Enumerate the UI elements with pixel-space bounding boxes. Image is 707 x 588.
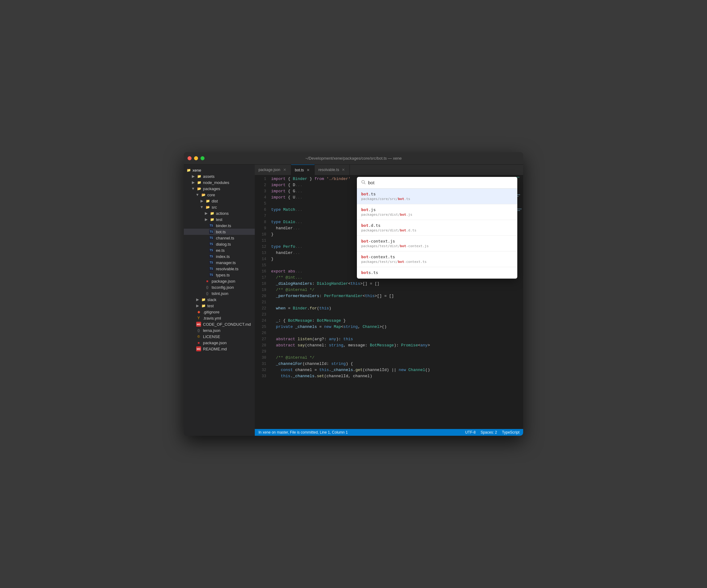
tab-label-bot-ts: bot.ts xyxy=(295,168,304,172)
folder-icon: 📁 xyxy=(205,198,210,204)
search-result-bot-ts[interactable]: bot.ts packages/core/src/bot.ts xyxy=(357,189,517,204)
yaml-icon: Y xyxy=(196,316,201,321)
sidebar[interactable]: 📁 xene ▶ 📁 assets ▶ 📁 node_modules ▼ 📂 p… xyxy=(184,164,255,436)
sidebar-item-node-modules[interactable]: ▶ 📁 node_modules xyxy=(184,179,255,186)
sidebar-item-coc[interactable]: MD CODE_OF_CONDUCT.md xyxy=(184,321,255,327)
maximize-button[interactable] xyxy=(201,156,204,160)
sidebar-label-assets: assets xyxy=(203,174,215,179)
spacer-icon xyxy=(204,248,208,253)
chevron-icon: ▶ xyxy=(199,198,204,204)
code-line-26 xyxy=(271,330,499,336)
sidebar-item-manager[interactable]: TS manager.ts xyxy=(184,259,255,266)
sidebar-label-readme: README.md xyxy=(203,347,227,351)
spacer-icon xyxy=(199,285,204,290)
sidebar-item-dist[interactable]: ▶ 📁 dist xyxy=(184,198,255,204)
sidebar-item-types[interactable]: TS types.ts xyxy=(184,272,255,278)
sidebar-item-core[interactable]: ▼ 📂 core xyxy=(184,192,255,198)
sidebar-label-slack: slack xyxy=(207,297,216,302)
tab-package-json[interactable]: package.json ✕ xyxy=(255,164,291,175)
json-red-icon: ■ xyxy=(205,279,210,284)
sidebar-item-test[interactable]: ▶ 📁 test xyxy=(184,216,255,222)
ts-file-icon: TS xyxy=(209,242,213,246)
ts-file-icon: TS xyxy=(209,248,213,252)
search-result-bots-ts[interactable]: bots.ts xyxy=(357,267,517,279)
json-icon: {} xyxy=(196,328,201,333)
sidebar-item-license[interactable]: © LICENSE xyxy=(184,333,255,340)
sidebar-item-packages[interactable]: ▼ 📂 packages xyxy=(184,186,255,192)
folder-open-icon: 📂 xyxy=(205,205,210,210)
search-icon xyxy=(361,180,366,185)
sidebar-item-package-json-root[interactable]: ■ package.json xyxy=(184,340,255,346)
sidebar-item-travis[interactable]: Y .travis.yml xyxy=(184,315,255,321)
spacer-icon xyxy=(199,291,204,296)
search-result-bot-dts[interactable]: bot.d.ts packages/core/dist/bot.d.ts xyxy=(357,220,517,235)
spacer-icon xyxy=(191,322,195,327)
statusbar-language[interactable]: TypeScript xyxy=(502,430,519,435)
sidebar-item-gitignore[interactable]: ◆ .gitignore xyxy=(184,309,255,315)
sidebar-item-resolvable[interactable]: TS resolvable.ts xyxy=(184,266,255,272)
spacer-icon xyxy=(204,235,208,241)
chevron-icon: ▶ xyxy=(204,217,208,222)
sidebar-label-coc: CODE_OF_CONDUCT.md xyxy=(203,322,251,327)
ts-file-icon: TS xyxy=(209,260,213,265)
sidebar-label-license: LICENSE xyxy=(203,334,220,339)
sidebar-item-ee[interactable]: TS ee.ts xyxy=(184,247,255,253)
code-line-19: /** @internal */ xyxy=(271,287,499,293)
tab-resolvable-ts[interactable]: resolvable.ts ✕ xyxy=(315,164,350,175)
folder-open-icon: 📂 xyxy=(197,186,202,191)
spacer-icon xyxy=(191,328,195,333)
search-result-path-bot-ts: packages/core/src/bot.ts xyxy=(361,197,513,201)
sidebar-item-actions[interactable]: ▶ 📁 actions xyxy=(184,210,255,216)
tab-bot-ts[interactable]: bot.ts ✕ xyxy=(291,164,315,175)
statusbar: In xene on master, File is committed, Li… xyxy=(255,429,523,436)
sidebar-item-tsconfig[interactable]: {} tsconfig.json xyxy=(184,284,255,290)
sidebar-label-test: test xyxy=(216,217,223,222)
close-button[interactable] xyxy=(188,156,192,160)
search-result-bot-context-ts[interactable]: bot-context.ts packages/test/src/bot-con… xyxy=(357,252,517,267)
sidebar-item-lerna[interactable]: {} lerna.json xyxy=(184,327,255,333)
sidebar-label-resolvable: resolvable.ts xyxy=(216,266,238,271)
code-line-27: abstract listen(arg?: any): this xyxy=(271,336,499,342)
traffic-lights xyxy=(188,156,204,160)
sidebar-label-index: index.ts xyxy=(216,254,230,259)
sidebar-item-src[interactable]: ▼ 📂 src xyxy=(184,204,255,210)
sidebar-item-readme[interactable]: MD README.md xyxy=(184,346,255,352)
sidebar-item-dialog[interactable]: TS dialog.ts xyxy=(184,241,255,247)
sidebar-item-slack[interactable]: ▶ 📁 slack xyxy=(184,296,255,303)
sidebar-label-dialog: dialog.ts xyxy=(216,242,231,247)
code-line-24: _: { BotMessage: BotMessage } xyxy=(271,318,499,324)
tab-close-resolvable-ts[interactable]: ✕ xyxy=(341,167,346,172)
search-input[interactable] xyxy=(368,180,513,185)
minimize-button[interactable] xyxy=(194,156,198,160)
spacer-icon xyxy=(191,309,195,314)
statusbar-encoding[interactable]: UTF-8 xyxy=(465,430,476,435)
chevron-icon: ▼ xyxy=(191,186,196,191)
tab-close-bot-ts[interactable]: ✕ xyxy=(306,168,311,173)
sidebar-item-bot[interactable]: TS bot.ts xyxy=(184,229,255,235)
search-input-row xyxy=(357,177,517,189)
statusbar-spaces[interactable]: Spaces: 2 xyxy=(480,430,497,435)
code-line-28: abstract say(channel: string, message: B… xyxy=(271,342,499,348)
sidebar-item-xene[interactable]: 📁 xene xyxy=(184,167,255,173)
folder-icon: 📁 xyxy=(201,297,206,302)
sidebar-label-manager: manager.ts xyxy=(216,260,236,265)
sidebar-label-xene: xene xyxy=(193,168,201,173)
sidebar-item-index[interactable]: TS index.ts xyxy=(184,253,255,259)
spacer-icon xyxy=(204,272,208,278)
sidebar-label-actions: actions xyxy=(216,211,229,216)
chevron-icon: ▼ xyxy=(199,205,204,210)
code-line-31: _channelFor(channelId: string) { xyxy=(271,361,499,367)
search-result-bot-js[interactable]: bot.js packages/core/dist/bot.js xyxy=(357,204,517,220)
spacer-icon xyxy=(199,279,204,284)
sidebar-item-package-json-core[interactable]: ■ package.json xyxy=(184,278,255,284)
spacer-icon xyxy=(191,334,195,339)
search-result-path-bot-js: packages/core/dist/bot.js xyxy=(361,213,513,217)
sidebar-item-tslint[interactable]: {} tslint.json xyxy=(184,290,255,296)
sidebar-item-binder[interactable]: TS binder.ts xyxy=(184,222,255,229)
tab-close-package-json[interactable]: ✕ xyxy=(282,167,287,172)
sidebar-item-assets[interactable]: ▶ 📁 assets xyxy=(184,173,255,179)
search-result-bot-context-js[interactable]: bot-context.js packages/test/dist/bot-co… xyxy=(357,236,517,251)
sidebar-item-channel[interactable]: TS channel.ts xyxy=(184,235,255,241)
sidebar-item-test-root[interactable]: ▶ 📁 test xyxy=(184,303,255,309)
statusbar-git: In xene on master, File is committed, Li… xyxy=(259,430,348,435)
